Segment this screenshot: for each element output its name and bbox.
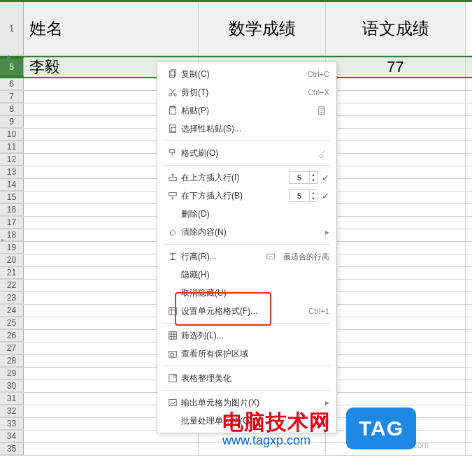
menu-paste[interactable]: 粘贴(P): [157, 101, 336, 120]
row-1: 1 姓名 数学成绩 语文成绩: [0, 0, 472, 56]
menu-row-height[interactable]: 行高(R)... 最适合的行高: [157, 247, 336, 266]
cell-C25[interactable]: [326, 317, 466, 329]
cell-C14[interactable]: [326, 179, 466, 191]
row-header-14[interactable]: 14: [0, 179, 24, 191]
row-header-16[interactable]: 16: [0, 204, 24, 216]
row-header-11[interactable]: 11: [0, 141, 24, 153]
brush-icon: [315, 148, 329, 158]
cell-C1[interactable]: 语文成绩: [326, 2, 466, 55]
spin-up[interactable]: ▲: [310, 172, 317, 178]
spin-up[interactable]: ▲: [310, 190, 317, 196]
cell-C18[interactable]: [326, 229, 466, 241]
spin-down[interactable]: ▼: [310, 178, 317, 183]
row-header-35[interactable]: 35: [0, 443, 24, 455]
paste-options-icon[interactable]: [315, 106, 329, 115]
row-header-34[interactable]: 34: [0, 431, 24, 442]
cell-C21[interactable]: [326, 267, 466, 279]
cell-C16[interactable]: [326, 204, 466, 216]
menu-cell-format[interactable]: 设置单元格格式(F)... Ctrl+1: [157, 302, 336, 320]
cell-A1[interactable]: 姓名: [24, 2, 199, 55]
cell-A35[interactable]: [24, 443, 199, 455]
cell-C11[interactable]: [326, 141, 466, 153]
filter-icon: [164, 331, 181, 340]
hidden-rows-indicator[interactable]: ▵▿: [7, 55, 17, 63]
menu-filter-col[interactable]: 筛选列(L)...: [157, 326, 336, 345]
menu-paste-special[interactable]: 选择性粘贴(S)...: [157, 120, 336, 138]
cell-C10[interactable]: [326, 129, 466, 140]
row-header-13[interactable]: 13: [0, 166, 24, 178]
menu-cut[interactable]: 剪切(T) Ctrl+X: [157, 83, 336, 101]
cell-C20[interactable]: [326, 254, 466, 266]
cell-C8[interactable]: [326, 103, 466, 115]
autofit-icon[interactable]: [264, 252, 278, 261]
row-header-23[interactable]: 23: [0, 292, 24, 304]
menu-clear[interactable]: 清除内容(N) ▸: [157, 223, 336, 241]
menu-delete[interactable]: 删除(D): [157, 205, 336, 223]
menu-unhide[interactable]: 取消隐藏(U): [157, 284, 336, 302]
cell-C5[interactable]: 77: [326, 57, 466, 77]
insert-above-count[interactable]: ▲▼: [289, 171, 317, 184]
row-header-28[interactable]: 28: [0, 355, 24, 367]
row-header-1[interactable]: 1: [0, 2, 24, 55]
menu-separator: [163, 165, 331, 166]
cell-C6[interactable]: [326, 78, 466, 90]
insert-below-count[interactable]: ▲▼: [289, 189, 317, 202]
row-header-31[interactable]: 31: [0, 393, 24, 405]
row-header-19[interactable]: 19: [0, 242, 24, 254]
row-header-8[interactable]: 8: [0, 103, 24, 115]
menu-hide[interactable]: 隐藏(H): [157, 266, 336, 284]
row-header-32[interactable]: 32: [0, 405, 24, 417]
cell-C28[interactable]: [326, 355, 466, 367]
cell-C29[interactable]: [326, 368, 466, 380]
row-header-15[interactable]: 15: [0, 192, 24, 203]
menu-protect-area[interactable]: 查看所有保护区域: [157, 345, 336, 363]
cell-C15[interactable]: [326, 192, 466, 203]
export-image-icon: [164, 398, 181, 408]
cell-C30[interactable]: [326, 380, 466, 392]
cell-C24[interactable]: [326, 305, 466, 317]
submenu-arrow-icon: ▸: [325, 227, 329, 237]
cell-C22[interactable]: [326, 280, 466, 291]
cell-C27[interactable]: [326, 342, 466, 354]
row-header-29[interactable]: 29: [0, 368, 24, 380]
row-header-7[interactable]: 7: [0, 91, 24, 103]
row-header-27[interactable]: 27: [0, 342, 24, 354]
insert-above-input[interactable]: [289, 173, 309, 182]
cell-B1[interactable]: 数学成绩: [199, 2, 326, 55]
row-header-33[interactable]: 33: [0, 418, 24, 430]
cell-C26[interactable]: [326, 330, 466, 342]
row-header-9[interactable]: 9: [0, 116, 24, 128]
cell-C31[interactable]: [326, 393, 466, 405]
copy-icon: [164, 69, 181, 79]
menu-format-painter[interactable]: 格式刷(O): [157, 144, 336, 162]
menu-beautify[interactable]: 表格整理美化: [157, 369, 336, 387]
svg-rect-12: [169, 178, 177, 180]
cell-C9[interactable]: [326, 116, 466, 128]
row-header-5[interactable]: ▵▿ 5: [0, 57, 24, 77]
row-header-12[interactable]: 12: [0, 154, 24, 166]
row-header-24[interactable]: 24: [0, 305, 24, 317]
check-icon[interactable]: ✓: [322, 191, 329, 201]
check-icon[interactable]: ✓: [322, 173, 329, 183]
menu-copy[interactable]: 复制(C) Ctrl+C: [157, 65, 336, 83]
cell-C19[interactable]: [326, 242, 466, 254]
menu-insert-below[interactable]: 在下方插入行(B) ▲▼ ✓: [157, 187, 336, 205]
menu-insert-above[interactable]: 在上方插入行(I) ▲▼ ✓: [157, 168, 336, 187]
row-header-26[interactable]: 26: [0, 330, 24, 342]
row-header-30[interactable]: 30: [0, 380, 24, 392]
submenu-arrow-icon: ▸: [325, 398, 329, 408]
cell-C13[interactable]: [326, 166, 466, 178]
row-header-21[interactable]: 21: [0, 267, 24, 279]
row-header-17[interactable]: 17: [0, 217, 24, 229]
row-header-20[interactable]: 20: [0, 254, 24, 266]
row-header-6[interactable]: 6: [0, 78, 24, 90]
spin-down[interactable]: ▼: [310, 196, 317, 201]
insert-below-input[interactable]: [289, 191, 309, 201]
row-header-10[interactable]: 10: [0, 129, 24, 140]
cell-C7[interactable]: [326, 91, 466, 103]
row-header-25[interactable]: 25: [0, 317, 24, 329]
cell-C23[interactable]: [326, 292, 466, 304]
cell-C17[interactable]: [326, 217, 466, 229]
cell-C12[interactable]: [326, 154, 466, 166]
row-header-22[interactable]: 22: [0, 280, 24, 291]
